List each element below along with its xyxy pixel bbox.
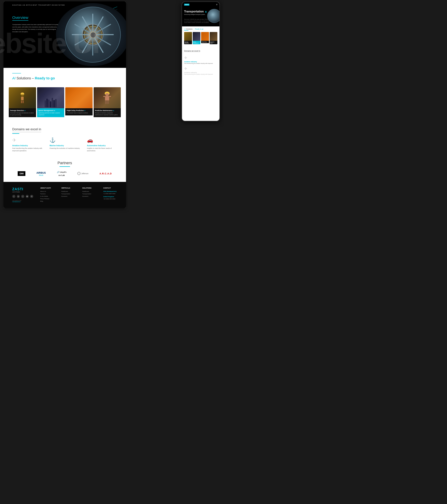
mobile-logo: ZASTI [184,4,189,6]
mobile-domain-aviation-1[interactable]: ✈ Aviation Industry Fast transforming th… [184,56,217,65]
footer-col-about: About Zasti About Us Partners In the Med… [40,187,54,203]
mobile-aviation-desc-1: Fast transforming the aviation industry … [184,63,217,65]
partner-airbus: AIRBUS BizLab [36,171,46,176]
mobile-damage-card[interactable]: Damage Detection [184,32,192,44]
about-col-title: About Zasti [40,187,54,189]
mobile-ai-title: AI Solutions → Ready to go [184,28,217,30]
twitter-icon[interactable]: t [21,195,24,198]
svg-rect-19 [103,96,105,97]
verticals-col-title: Verticals [61,187,75,189]
domain-automotive[interactable]: 🚗 Automotive Industry Insights to meet t… [87,137,117,152]
domain-aviation[interactable]: ✈ Aviation Industry Fast transforming th… [12,137,42,152]
solutions-label: Solutions – [17,76,34,80]
mobile-flight-img [201,32,209,41]
footer-social: f in t ▶ ✉ [12,195,33,198]
engine-blades-svg [68,10,117,59]
footer: ZASTI Let's Predict f in t ▶ ✉ INFORMATI… [3,182,126,208]
overview-title: Overview [12,15,28,21]
mobile-damage-img [184,32,192,41]
mobile-aviation-desc-2: Fast transforming the aviation industry … [184,73,217,75]
youtube-icon[interactable]: ▶ [26,195,29,198]
svg-rect-7 [92,38,93,56]
automotive-name: Automotive Industry [87,144,117,146]
queue-card-image [37,87,64,108]
mobile-flight-card[interactable]: Flight Delay [201,32,209,44]
mobile-hero-icon: ▲ [204,10,207,13]
mobile-domain-aviation-2[interactable]: ✈ Aviation Industry Fast transforming th… [184,67,217,75]
domain-marine[interactable]: ⚓ Marine Industry Powering the evolution… [50,137,80,152]
solution-link-3[interactable]: Insurance [82,196,96,197]
queue-management-card[interactable]: Queue Management AI Optimizing wait time… [37,87,64,119]
marine-desc: Powering the evolution of maritime indus… [50,147,80,150]
flight-delay-card[interactable]: Flight Delay Prediction AI The smarter f… [65,87,93,119]
svg-rect-20 [109,96,111,97]
marine-icon: ⚓ [50,137,80,143]
marine-name: Marine Industry [50,144,80,146]
mobile-queue-card[interactable]: Queue Management [193,32,201,44]
ai-solutions-title: AI Solutions – Ready to go [12,76,117,80]
mobile-aviation-icon-1: ✈ [184,56,217,60]
ready-label: Ready to go [35,76,55,80]
automotive-icon: 🚗 [87,137,117,143]
domains-underline [12,133,19,134]
about-link-3[interactable]: In the Media [40,196,54,197]
about-link-2[interactable]: Partners [40,193,54,195]
title-underline [12,73,21,73]
partners-logos: DMI AIRBUS BizLab 🔗 Lloyd'soo Lab J Jeff… [12,170,117,177]
mobile-damage-body: Damage Detection [184,41,192,44]
about-link-5[interactable]: Blog [40,200,54,202]
svg-rect-22 [107,100,109,104]
mobile-aviation-icon-2: ✈ [184,67,217,71]
queue-card-body: Queue Management AI Optimizing wait time… [37,108,64,117]
aviation-icon: ✈ [12,137,42,143]
domains-section: Domains we excel in ✈ Aviation Industry … [3,122,126,157]
mobile-flight-body: Flight Delay [201,41,209,43]
hero-content: Overview Transportation Industry which h… [12,15,61,33]
damage-detection-card[interactable]: Damage Detection AI Automated damage cos… [9,87,36,119]
info-email[interactable]: reach@zasti.ai [12,201,33,202]
mobile-ai-label: AI [184,28,186,30]
damage-card-title: Damage Detection AI [10,110,35,111]
partner-dmi: DMI [18,171,25,176]
about-link-4[interactable]: Press Release [40,198,54,199]
hero-tagline: SHAPING AN EFFICIENT TRANSPORT ECOSYSTEM [12,4,65,6]
mobile-menu-icon[interactable]: ≡ [216,3,217,6]
vertical-link-1[interactable]: Healthcare [61,191,75,192]
linkedin-icon[interactable]: in [17,195,20,198]
mobile-mockup: ZASTI ≡ Transportation ▲ Structuring int… [181,1,220,121]
mobile-domains-section: Domains we excel in ✈ Aviation Industry … [182,47,219,79]
vertical-link-2[interactable]: Transportation [61,193,75,195]
mobile-ai-rest: Solutions [186,28,193,30]
ai-solutions-section: AI Solutions – Ready to go [3,68,126,87]
solution-link-2[interactable]: Transportation [82,193,96,195]
engine-visual [56,3,126,66]
usa-phone[interactable]: +1 2548 4584 0000 [103,193,117,195]
aviation-desc: Fast transforming the aviation industry … [12,147,42,152]
mobile-ai-section: AI Solutions → Ready to go Damage Detect… [182,26,219,47]
flight-card-title: Flight Delay Prediction AI [67,110,91,111]
flight-card-image [65,87,93,108]
footer-col-contact: Contact USA (Headquarters) +1 2548 4584 … [103,187,117,203]
partners-underline [59,166,70,167]
mobile-predict-title: Predictive Maint. [210,41,217,44]
mobile-flight-title: Flight Delay [202,41,208,42]
partners-section: Partners DMI AIRBUS BizLab 🔗 Lloyd'soo L… [3,157,126,182]
about-link-1[interactable]: About Us [40,191,54,192]
vertical-link-3[interactable]: Insurance [61,196,75,197]
predictive-maintenance-card[interactable]: Predictive Maintenance AI Remedy to mini… [94,87,121,119]
desktop-mockup: SHAPING AN EFFICIENT TRANSPORT ECOSYSTEM [3,1,126,208]
mobile-aviation-name-2: Aviation Industry [184,72,217,73]
facebook-icon[interactable]: f [12,195,15,198]
partner-jefferson: J Jefferson [77,172,88,175]
predictive-card-body: Predictive Maintenance AI Remedy to mini… [94,108,121,117]
damage-card-body: Damage Detection AI Automated damage cos… [9,108,36,117]
solutions-col-title: Solutions [82,187,96,189]
solution-link-1[interactable]: Healthcare [82,191,96,192]
email-icon[interactable]: ✉ [30,195,33,198]
automotive-desc: Insights to meet the future needs of aut… [87,147,117,152]
mobile-damage-title: Damage Detection [185,41,191,44]
uk-phone[interactable]: +44 0000 000 0000 [103,198,117,200]
mobile-predict-card[interactable]: Predictive Maint. [210,32,217,44]
partner-arcad: A.R.C.A.D [99,172,112,175]
mobile-header: ZASTI ≡ [182,2,219,7]
